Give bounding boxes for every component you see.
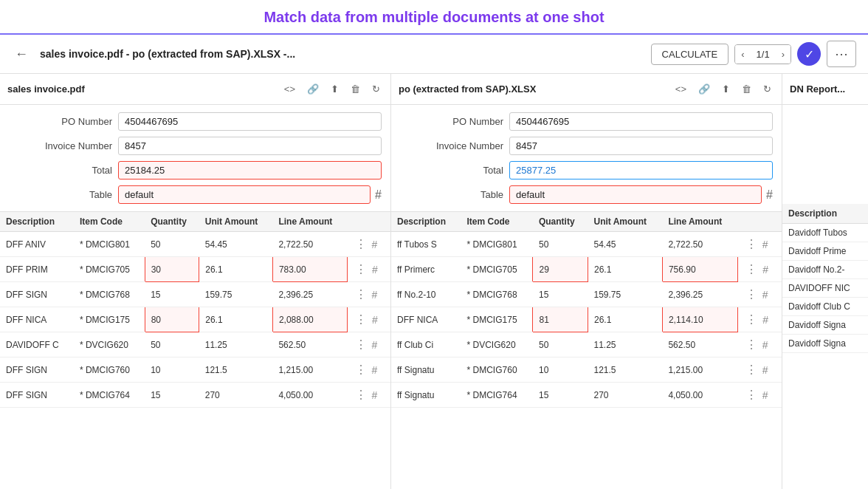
cell-qty2: 50	[533, 232, 588, 257]
po-number-row: PO Number	[9, 112, 382, 131]
panel2-table-area[interactable]: Description Item Code Quantity Unit Amou…	[391, 212, 782, 489]
invoice-number-input[interactable]	[118, 137, 382, 155]
more-options-button[interactable]: ⋯	[827, 41, 856, 67]
row-menu-button[interactable]: ⋮	[354, 361, 368, 378]
cell-actions2[interactable]: ⋮ #	[738, 332, 782, 358]
cell-desc: DFF ANIV	[0, 232, 74, 257]
code-icon[interactable]: <>	[281, 82, 298, 96]
row-menu-button2[interactable]: ⋮	[744, 336, 758, 353]
link-icon[interactable]: 🔗	[304, 82, 322, 96]
table-input2[interactable]	[509, 185, 762, 204]
cell-actions2[interactable]: ⋮ #	[738, 307, 782, 332]
row-grid-button[interactable]: #	[371, 338, 379, 352]
table-row: DFF NICA * DMCIG175 81 26.1 2,114.10 ⋮ #	[391, 307, 782, 332]
panel1-table-area[interactable]: Description Item Code Quantity Unit Amou…	[0, 212, 390, 489]
row-menu-button[interactable]: ⋮	[354, 261, 368, 278]
link-icon2[interactable]: 🔗	[695, 82, 713, 96]
cell-actions2[interactable]: ⋮ #	[738, 383, 782, 408]
col2-description: Description	[391, 212, 461, 232]
cell-actions[interactable]: ⋮ #	[348, 358, 390, 383]
row-grid-button[interactable]: #	[371, 312, 379, 327]
row-grid-button2[interactable]: #	[761, 262, 770, 277]
cell-actions2[interactable]: ⋮ #	[738, 257, 782, 282]
col2-line-amount: Line Amount	[662, 212, 737, 232]
row-grid-button2[interactable]: #	[761, 338, 770, 352]
table-label2: Table	[400, 189, 503, 200]
panel3-table-area[interactable]: Description Davidoff TubosDavidoff Prime…	[782, 204, 868, 489]
total-input[interactable]	[118, 161, 382, 179]
row-menu-button[interactable]: ⋮	[354, 311, 368, 328]
table-row: DFF SIGN * DMCIG760 10 121.5 1,215.00 ⋮ …	[0, 358, 390, 383]
invoice-number-row2: Invoice Number	[400, 137, 773, 155]
cell-actions2[interactable]: ⋮ #	[738, 282, 782, 307]
cell-unit2: 54.45	[588, 232, 662, 257]
row-menu-button[interactable]: ⋮	[354, 386, 368, 403]
refresh-icon2[interactable]: ↻	[760, 82, 774, 96]
row-grid-button[interactable]: #	[371, 287, 379, 302]
po-number-input[interactable]	[118, 112, 382, 131]
cell-actions2[interactable]: ⋮ #	[738, 232, 782, 257]
row-menu-button2[interactable]: ⋮	[744, 311, 758, 328]
refresh-icon[interactable]: ↻	[369, 82, 383, 96]
table-row: ff Tubos S * DMCIG801 50 54.45 2,722.50 …	[391, 232, 782, 257]
row-menu-button[interactable]: ⋮	[354, 286, 368, 303]
cell-actions[interactable]: ⋮ #	[348, 307, 390, 332]
cell-actions[interactable]: ⋮ #	[348, 383, 390, 408]
row-menu-button2[interactable]: ⋮	[744, 236, 758, 253]
grid-icon[interactable]: #	[375, 188, 382, 202]
cell-line2: 756.90	[662, 257, 737, 282]
delete-icon2[interactable]: 🗑	[739, 82, 754, 96]
invoice-number-label: Invoice Number	[9, 140, 112, 151]
table-row: ff Signatu * DMCIG760 10 121.5 1,215.00 …	[391, 358, 782, 383]
cell-desc: DFF SIGN	[0, 358, 74, 383]
invoice-number-input2[interactable]	[509, 137, 773, 155]
cell-item-code: * DMCIG175	[74, 307, 145, 332]
po-number-input2[interactable]	[509, 112, 773, 131]
cell-actions[interactable]: ⋮ #	[348, 332, 390, 358]
cell-unit2: 121.5	[588, 358, 662, 383]
confirm-button[interactable]: ✓	[797, 42, 821, 66]
row-grid-button2[interactable]: #	[761, 312, 770, 327]
row-grid-button2[interactable]: #	[761, 237, 770, 252]
row-grid-button2[interactable]: #	[761, 363, 770, 377]
row-grid-button[interactable]: #	[371, 262, 379, 277]
cell-qty: 50	[145, 232, 199, 257]
row-menu-button2[interactable]: ⋮	[744, 286, 758, 303]
row-menu-button[interactable]: ⋮	[354, 236, 368, 253]
row-grid-button2[interactable]: #	[761, 287, 770, 302]
panel-po-sap: po (extracted from SAP).XLSX <> 🔗 ⬆ 🗑 ↻ …	[391, 74, 782, 489]
cell-actions2[interactable]: ⋮ #	[738, 358, 782, 383]
table-row-inner: #	[118, 185, 382, 204]
table-input[interactable]	[118, 185, 371, 204]
total-input2[interactable]	[509, 161, 773, 179]
row-grid-button[interactable]: #	[371, 388, 379, 403]
row-menu-button2[interactable]: ⋮	[744, 386, 758, 403]
cell-actions[interactable]: ⋮ #	[348, 232, 390, 257]
code-icon2[interactable]: <>	[672, 82, 689, 96]
row-menu-button2[interactable]: ⋮	[744, 261, 758, 278]
row-menu-button2[interactable]: ⋮	[744, 361, 758, 378]
cell-actions[interactable]: ⋮ #	[348, 282, 390, 307]
top-banner: Match data from multiple documents at on…	[0, 0, 868, 35]
back-button[interactable]: ←	[12, 47, 31, 62]
cell-desc3: Davidoff Signa	[782, 316, 868, 335]
grid-icon2[interactable]: #	[766, 188, 773, 202]
cell-desc2: DFF NICA	[391, 307, 461, 332]
cell-desc: DFF PRIM	[0, 257, 74, 282]
row-grid-button[interactable]: #	[371, 237, 379, 252]
upload-icon2[interactable]: ⬆	[719, 82, 733, 96]
total-row: Total	[9, 161, 382, 179]
prev-page-button[interactable]: ‹	[735, 45, 750, 64]
cell-qty2: 15	[533, 383, 588, 408]
cell-actions[interactable]: ⋮ #	[348, 257, 390, 282]
cell-unit2: 270	[588, 383, 662, 408]
row-grid-button2[interactable]: #	[761, 388, 770, 403]
delete-icon[interactable]: 🗑	[348, 82, 363, 96]
po-number-label2: PO Number	[400, 116, 503, 127]
calculate-button[interactable]: CALCULATE	[651, 44, 729, 65]
row-menu-button[interactable]: ⋮	[354, 336, 368, 353]
col-actions	[348, 212, 390, 232]
next-page-button[interactable]: ›	[776, 45, 790, 64]
row-grid-button[interactable]: #	[371, 363, 379, 377]
upload-icon[interactable]: ⬆	[328, 82, 342, 96]
